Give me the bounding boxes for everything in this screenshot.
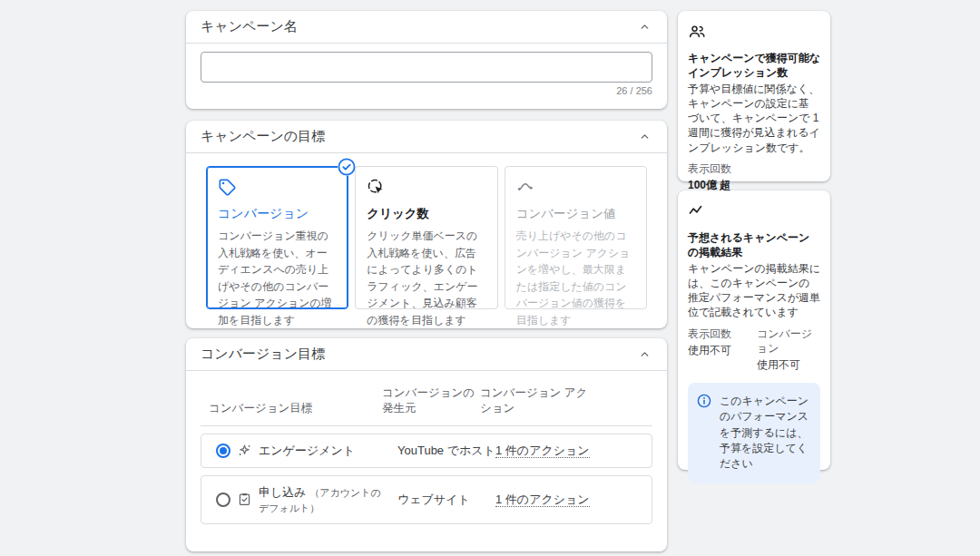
engagement-icon: [238, 444, 251, 457]
goal-option-description: 売り上げやその他のコンバージョン アクションを増やし、最大限または指定した値のコ…: [516, 228, 635, 329]
goal-option-title: クリック数: [367, 206, 485, 222]
campaign-name-card: キャンペーン名 26 / 256: [186, 11, 667, 109]
goal-option-conversions[interactable]: コンバージョン コンバージョン重視の入札戦略を使い、オーディエンスへの売り上げや…: [206, 166, 348, 309]
metric-label: コンバージョン: [757, 327, 820, 356]
conversion-value-icon: [516, 178, 534, 196]
char-counter: 26 / 256: [201, 85, 652, 96]
goal-option-conversion-value: コンバージョン値 売り上げやその他のコンバージョン アクションを増やし、最大限ま…: [505, 166, 647, 309]
trend-icon: [688, 202, 706, 220]
metric-label: 表示回数: [688, 327, 751, 341]
clipboard-check-icon: [238, 493, 251, 506]
goal-row-source: YouTube でホスト: [397, 443, 495, 459]
radio-engagement[interactable]: [216, 444, 230, 458]
forecast-metric-impressions: 表示回数 使用不可: [688, 327, 751, 372]
impressions-label: 表示回数: [688, 161, 820, 176]
forecast-card-body: キャンペーンの掲載結果には、このキャンペーンの推定パフォーマンスが週単位で記載さ…: [688, 261, 820, 319]
campaign-name-input[interactable]: [201, 52, 652, 83]
goal-row-source: ウェブサイト: [397, 492, 495, 508]
campaign-name-card-header: キャンペーン名: [186, 11, 667, 44]
table-header-row: コンバージョン目標 コンバージョンの発生元 コンバージョン アクション: [201, 371, 652, 425]
collapse-conversion-goals-button[interactable]: [637, 346, 652, 362]
selected-check-icon: [338, 158, 356, 176]
reach-card-body: 予算や目標値に関係なく、キャンペーンの設定に基づいて、キャンペーンで 1 週間に…: [688, 82, 820, 154]
budget-info-banner: このキャンペーンのパフォーマンスを予測するには、予算を設定してください: [688, 383, 820, 483]
tag-icon: [218, 178, 236, 196]
collapse-campaign-goal-button[interactable]: [637, 129, 652, 144]
goal-row-label: エンゲージメント: [259, 444, 355, 457]
reach-card-title: キャンペーンで獲得可能なインプレッション数: [688, 51, 820, 80]
campaign-goal-card-header: キャンペーンの目標: [186, 121, 667, 153]
impressions-estimate-card: キャンペーンで獲得可能なインプレッション数 予算や目標値に関係なく、キャンペーン…: [678, 11, 830, 181]
goal-option-clicks[interactable]: クリック数 クリック単価ベースの入札戦略を使い、広告によってより多くのトラフィッ…: [355, 166, 497, 309]
forecast-metric-conversions: コンバージョン 使用不可: [757, 327, 820, 372]
actions-link[interactable]: 1 件のアクション: [495, 493, 590, 507]
table-row-signup[interactable]: 申し込み （アカウントのデフォルト） ウェブサイト 1 件のアクション: [201, 475, 652, 524]
column-header-source: コンバージョンの発生元: [382, 385, 480, 416]
metric-value: 使用不可: [688, 343, 751, 357]
goal-option-description: クリック単価ベースの入札戦略を使い、広告によってより多くのトラフィック、エンゲー…: [367, 228, 485, 329]
audience-icon: [688, 23, 706, 41]
chevron-up-icon: [639, 348, 651, 360]
table-row-engagement[interactable]: エンゲージメント YouTube でホスト 1 件のアクション: [201, 434, 652, 468]
campaign-goal-title: キャンペーンの目標: [201, 128, 325, 145]
conversion-goals-title: コンバージョン目標: [201, 346, 325, 363]
goal-option-title: コンバージョン値: [516, 206, 635, 222]
metric-value: 使用不可: [757, 357, 820, 372]
campaign-name-title: キャンペーン名: [201, 18, 298, 35]
goal-option-description: コンバージョン重視の入札戦略を使い、オーディエンスへの売り上げやその他のコンバー…: [218, 228, 337, 329]
conversion-goals-card: コンバージョン目標 コンバージョン目標 コンバージョンの発生元 コンバージョン …: [186, 338, 667, 551]
table-divider: [201, 425, 652, 426]
chevron-up-icon: [639, 21, 651, 33]
info-icon: [697, 394, 711, 408]
conversion-goals-card-header: コンバージョン目標: [186, 338, 667, 371]
forecast-metrics: 表示回数 使用不可 コンバージョン 使用不可: [688, 327, 820, 372]
column-header-goal: コンバージョン目標: [201, 401, 382, 416]
goal-option-title: コンバージョン: [218, 206, 337, 222]
actions-link[interactable]: 1 件のアクション: [495, 444, 590, 458]
forecast-card-title: 予想されるキャンペーンの掲載結果: [688, 230, 820, 259]
column-header-actions: コンバージョン アクション: [480, 385, 589, 416]
chevron-up-icon: [639, 131, 651, 142]
forecast-card: 予想されるキャンペーンの掲載結果 キャンペーンの掲載結果には、このキャンペーンの…: [678, 190, 830, 470]
collapse-campaign-name-button[interactable]: [637, 19, 652, 34]
radio-signup[interactable]: [216, 493, 230, 507]
goal-row-label: 申し込み: [259, 485, 307, 499]
cursor-click-icon: [367, 178, 385, 196]
budget-info-text: このキャンペーンのパフォーマンスを予測するには、予算を設定してください: [720, 394, 811, 473]
campaign-goal-card: キャンペーンの目標 コンバージョン コンバージョン重視の入札戦略を使い、オーディ…: [186, 121, 667, 328]
